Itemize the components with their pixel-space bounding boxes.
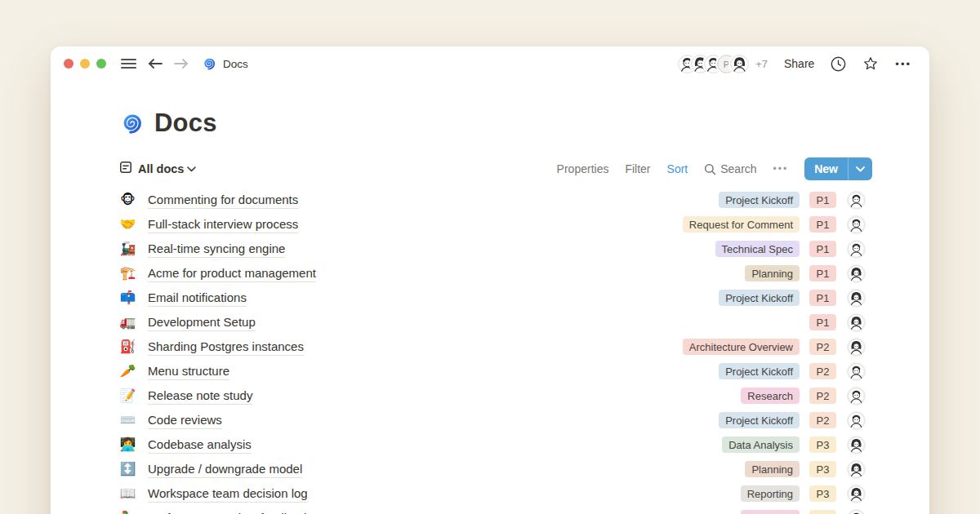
doc-emoji-icon: 📝 — [119, 389, 136, 402]
doc-emoji-icon: ⌨️ — [119, 414, 136, 427]
doc-owner-avatar — [847, 240, 866, 259]
back-arrow-icon[interactable] — [148, 58, 163, 69]
doc-priority-badge: P2 — [809, 412, 836, 428]
page-title: Docs — [154, 109, 217, 138]
doc-row[interactable]: 🤝 Full-stack interview process Request f… — [119, 212, 872, 237]
titlebar-actions: +7 Share ••• — [678, 55, 911, 73]
doc-title-link[interactable]: Full-stack interview process — [148, 216, 298, 233]
doc-emoji-icon: 📫 — [119, 291, 136, 304]
doc-emoji-icon: 🤝 — [119, 218, 136, 231]
new-doc-label: New — [804, 157, 848, 180]
doc-title-link[interactable]: Release note study — [148, 388, 252, 405]
doc-row[interactable]: ⛽ Sharding Postgres instances Architectu… — [119, 335, 872, 359]
doc-tag-badge: Architecture Overview — [683, 339, 800, 355]
doc-row[interactable]: 📫 Email notifications Project Kickoff P1 — [119, 286, 872, 310]
new-doc-caret-icon[interactable] — [849, 166, 872, 172]
chevron-down-icon — [187, 166, 196, 172]
search-button[interactable]: Search — [704, 162, 756, 175]
forward-arrow-icon[interactable] — [174, 58, 189, 69]
window-title: Docs — [223, 58, 248, 70]
zoom-window-button[interactable] — [96, 59, 106, 69]
doc-owner-avatar — [847, 485, 866, 503]
close-window-button[interactable] — [64, 59, 74, 69]
doc-priority-badge: P3 — [809, 485, 836, 502]
doc-title-link[interactable]: Sharding Postgres instances — [148, 339, 304, 356]
doc-priority-badge: P3 — [809, 510, 836, 514]
doc-tag-badge: Planning — [745, 461, 800, 477]
collaborator-overflow-count: +7 — [755, 58, 768, 70]
doc-tag-badge: Research — [741, 510, 800, 514]
doc-row[interactable]: 🥕 Menu structure Project Kickoff P2 — [119, 359, 872, 383]
toolbar-item-properties[interactable]: Properties — [557, 162, 609, 175]
doc-row[interactable]: 🚛 Development Setup P1 — [119, 310, 872, 335]
page-title-block: Docs — [119, 109, 872, 138]
doc-row[interactable]: 👩‍💻 Codebase analysis Data Analysis P3 — [119, 432, 872, 457]
doc-emoji-icon: 📖 — [119, 487, 136, 500]
toolbar-actions: PropertiesFilterSort Search ••• New — [557, 157, 872, 180]
history-clock-icon[interactable] — [831, 56, 846, 72]
doc-priority-badge: P2 — [809, 339, 836, 355]
doc-row[interactable]: ⌨️ Code reviews Project Kickoff P2 — [119, 408, 872, 432]
new-doc-button[interactable]: New — [804, 157, 872, 180]
doc-owner-avatar — [847, 387, 866, 405]
doc-emoji-icon: 👩‍💻 — [119, 438, 136, 451]
app-window: Docs +7 Share ••• Docs — [51, 47, 929, 514]
doc-priority-badge: P3 — [809, 436, 836, 453]
doc-title-link[interactable]: Code reviews — [148, 412, 222, 429]
view-name: All docs — [138, 162, 184, 175]
doc-row[interactable]: ↕️ Upgrade / downgrade model Planning P3 — [119, 457, 872, 481]
doc-owner-avatar — [847, 289, 866, 308]
doc-title-link[interactable]: Menu structure — [148, 363, 229, 380]
doc-owner-avatar — [847, 215, 866, 234]
view-switcher[interactable]: All docs — [119, 161, 196, 177]
doc-owner-avatar — [847, 411, 866, 430]
doc-emoji-icon: 🥕 — [119, 365, 136, 378]
doc-title-link[interactable]: Performance review feedback — [148, 510, 310, 514]
doc-owner-avatar — [847, 362, 866, 381]
toolbar-item-sort[interactable]: Sort — [667, 162, 688, 175]
share-button[interactable]: Share — [784, 57, 814, 70]
favorite-star-icon[interactable] — [862, 55, 879, 72]
doc-emoji-icon: ↕️ — [119, 463, 136, 476]
doc-row[interactable]: 🚂 Real-time syncing engine Technical Spe… — [119, 237, 872, 261]
doc-row[interactable]: 📝 Release note study Research P2 — [119, 383, 872, 408]
doc-row[interactable]: 📖 Workspace team decision log Reporting … — [119, 481, 872, 506]
collaborator-avatar[interactable] — [730, 55, 749, 73]
doc-priority-badge: P3 — [809, 461, 836, 477]
collaborator-avatar-stack[interactable] — [678, 55, 749, 73]
doc-tag-badge: Technical Spec — [715, 241, 800, 257]
doc-row[interactable]: 🐵 Commenting for documents Project Kicko… — [119, 188, 872, 212]
doc-title-link[interactable]: Development Setup — [148, 314, 256, 331]
doc-row[interactable]: 🦜 Performance review feedback Research P… — [119, 506, 872, 514]
doc-tag-badge: Reporting — [741, 485, 800, 502]
doc-title-link[interactable]: Real-time syncing engine — [148, 241, 285, 258]
doc-tag-badge: Project Kickoff — [719, 363, 800, 379]
doc-title-link[interactable]: Commenting for documents — [148, 192, 298, 209]
doc-owner-avatar — [847, 436, 866, 454]
doc-priority-badge: P1 — [809, 216, 836, 233]
more-options-icon[interactable]: ••• — [895, 58, 911, 70]
doc-title-link[interactable]: Acme for product management — [148, 265, 316, 282]
page-body: Docs All docs PropertiesFilterSort Searc… — [51, 109, 929, 514]
menu-icon[interactable] — [121, 58, 136, 69]
doc-priority-badge: P2 — [809, 363, 836, 379]
toolbar-more-icon[interactable]: ••• — [773, 163, 789, 175]
doc-title-link[interactable]: Workspace team decision log — [148, 485, 308, 503]
doc-title-link[interactable]: Email notifications — [148, 290, 247, 307]
doc-tag-badge: Research — [741, 388, 800, 404]
doc-title-link[interactable]: Codebase analysis — [148, 436, 252, 454]
doc-page-icon — [119, 161, 132, 177]
doc-owner-avatar — [847, 191, 866, 210]
doc-title-link[interactable]: Upgrade / downgrade model — [148, 461, 302, 478]
minimize-window-button[interactable] — [80, 59, 90, 69]
doc-priority-badge: P1 — [809, 290, 836, 306]
doc-row[interactable]: 🏗️ Acme for product management Planning … — [119, 261, 872, 286]
docs-logo-icon — [119, 111, 144, 135]
toolbar-item-filter[interactable]: Filter — [625, 162, 650, 175]
doc-owner-avatar — [847, 509, 866, 514]
doc-priority-badge: P1 — [809, 192, 836, 208]
doc-emoji-icon: 🏗️ — [119, 267, 136, 280]
doc-owner-avatar — [847, 313, 866, 332]
doc-priority-badge: P1 — [809, 241, 836, 257]
doc-priority-badge: P1 — [809, 265, 836, 281]
